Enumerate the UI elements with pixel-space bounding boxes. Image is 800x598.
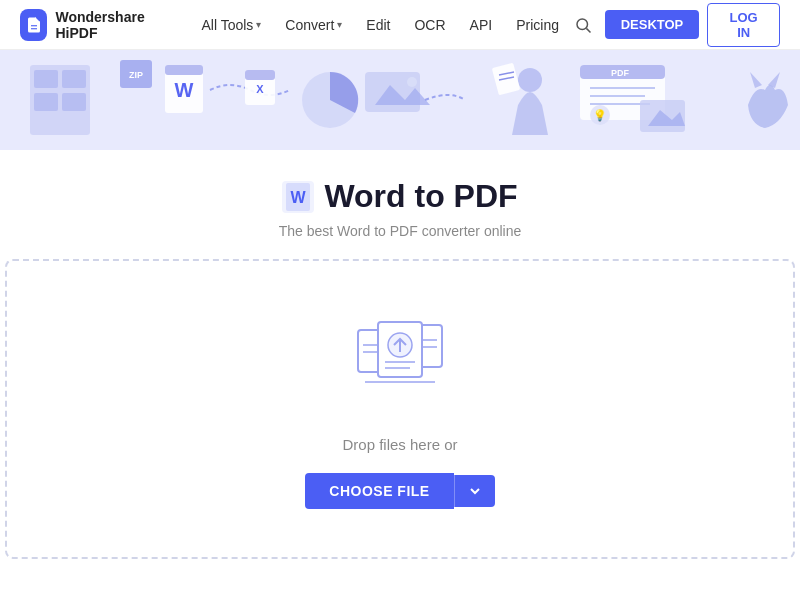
nav-convert[interactable]: Convert ▾ bbox=[275, 11, 352, 39]
svg-rect-8 bbox=[34, 93, 58, 111]
nav-all-tools[interactable]: All Tools ▾ bbox=[191, 11, 271, 39]
choose-file-row: CHOOSE FILE bbox=[305, 473, 494, 509]
svg-text:PDF: PDF bbox=[611, 68, 630, 78]
chevron-down-icon: ▾ bbox=[337, 19, 342, 30]
svg-point-2 bbox=[577, 19, 588, 30]
svg-point-21 bbox=[407, 77, 417, 87]
svg-text:ZIP: ZIP bbox=[129, 70, 143, 80]
drop-zone[interactable]: Drop files here or CHOOSE FILE bbox=[5, 259, 795, 559]
nav-api[interactable]: API bbox=[460, 11, 503, 39]
svg-text:X: X bbox=[256, 83, 264, 95]
logo-icon bbox=[20, 9, 47, 41]
chevron-down-icon: ▾ bbox=[256, 19, 261, 30]
upload-icon-area bbox=[350, 310, 450, 400]
desktop-button[interactable]: DESKTOP bbox=[605, 10, 700, 39]
hero-banner: ZIP W X PDF bbox=[0, 50, 800, 150]
choose-file-button[interactable]: CHOOSE FILE bbox=[305, 473, 453, 509]
main-content: W Word to PDF The best Word to PDF conve… bbox=[0, 150, 800, 559]
login-button[interactable]: LOG IN bbox=[707, 3, 780, 47]
svg-rect-6 bbox=[34, 70, 58, 88]
svg-rect-9 bbox=[62, 93, 86, 111]
choose-file-dropdown-button[interactable] bbox=[454, 475, 495, 507]
svg-text:W: W bbox=[175, 79, 194, 101]
nav-edit[interactable]: Edit bbox=[356, 11, 400, 39]
drop-text: Drop files here or bbox=[342, 436, 457, 453]
search-button[interactable] bbox=[569, 9, 597, 41]
svg-rect-13 bbox=[165, 65, 203, 75]
svg-line-3 bbox=[586, 28, 590, 32]
navbar: Wondershare HiPDF All Tools ▾ Convert ▾ … bbox=[0, 0, 800, 50]
page-title: Word to PDF bbox=[324, 178, 517, 215]
nav-menu: All Tools ▾ Convert ▾ Edit OCR API Prici… bbox=[191, 11, 569, 39]
svg-rect-7 bbox=[62, 70, 86, 88]
title-row: W Word to PDF bbox=[282, 178, 517, 215]
svg-text:💡: 💡 bbox=[593, 108, 607, 122]
nav-ocr[interactable]: OCR bbox=[404, 11, 455, 39]
svg-point-22 bbox=[518, 68, 542, 92]
svg-text:W: W bbox=[291, 189, 307, 206]
svg-rect-16 bbox=[245, 70, 275, 80]
page-subtitle: The best Word to PDF converter online bbox=[279, 223, 522, 239]
word-icon: W bbox=[282, 181, 314, 213]
logo[interactable]: Wondershare HiPDF bbox=[20, 9, 171, 41]
nav-pricing[interactable]: Pricing bbox=[506, 11, 569, 39]
logo-text: Wondershare HiPDF bbox=[55, 9, 171, 41]
